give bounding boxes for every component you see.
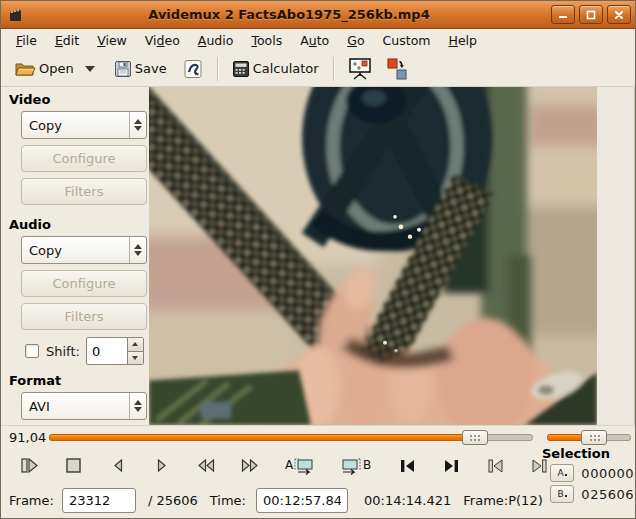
spinner-arrows-icon xyxy=(129,393,146,419)
audio-codec-value: Copy xyxy=(22,237,129,263)
save-label: Save xyxy=(135,61,167,76)
audio-codec-select[interactable]: Copy xyxy=(21,236,147,264)
minimize-button[interactable] xyxy=(551,5,575,24)
swap-output-button[interactable] xyxy=(381,54,413,84)
shift-label: Shift: xyxy=(46,344,80,359)
menu-file[interactable]: File xyxy=(7,31,46,50)
open-label: Open xyxy=(39,61,74,76)
menu-go[interactable]: Go xyxy=(338,31,373,50)
video-codec-select[interactable]: Copy xyxy=(21,111,147,139)
first-frame-button[interactable] xyxy=(394,455,421,477)
seek-row: 91,04 xyxy=(1,426,635,449)
spinner-arrows-icon xyxy=(129,112,146,138)
frame-type: Frame:P(12) xyxy=(463,493,542,508)
open-button[interactable]: Open xyxy=(9,57,79,81)
next-frame-button[interactable] xyxy=(148,455,175,477)
time-input[interactable] xyxy=(256,488,348,513)
maximize-button[interactable] xyxy=(579,5,603,24)
play-button[interactable] xyxy=(16,455,43,477)
shift-spin-up-button[interactable] xyxy=(128,338,143,352)
audio-filters-button[interactable]: Filters xyxy=(21,303,147,330)
menu-video[interactable]: Video xyxy=(136,31,189,50)
menu-help[interactable]: Help xyxy=(439,31,486,50)
right-gutter xyxy=(597,87,635,425)
open-folder-icon xyxy=(14,60,36,78)
close-button[interactable] xyxy=(607,5,631,24)
selection-label: Selection xyxy=(542,446,634,461)
format-select[interactable]: AVI xyxy=(21,392,147,420)
volume-slider[interactable] xyxy=(547,430,631,445)
duration-value: 00:14:14.421 xyxy=(364,493,451,508)
svg-text:B: B xyxy=(363,458,371,472)
window-title: Avidemux 2 FactsAbo1975_256kb.mp4 xyxy=(27,7,551,22)
video-section-label: Video xyxy=(9,92,149,107)
selection-b-value: 025606 xyxy=(581,487,634,502)
video-configure-button[interactable]: Configure xyxy=(21,145,147,172)
frame-input[interactable] xyxy=(62,488,136,513)
video-codec-value: Copy xyxy=(22,112,129,138)
mark-b-button[interactable]: B xyxy=(337,455,377,477)
mark-a-button[interactable]: A xyxy=(280,455,320,477)
menu-edit[interactable]: Edit xyxy=(46,31,88,50)
selection-panel: Selection A 000000 B 025606 xyxy=(542,446,634,506)
properties-button[interactable] xyxy=(178,56,208,82)
properties-icon xyxy=(183,59,203,79)
menubar: File Edit View Video Audio Tools Auto Go… xyxy=(1,29,635,51)
previous-keyframe-button[interactable] xyxy=(482,455,509,477)
frame-label: Frame: xyxy=(9,493,54,508)
shift-checkbox[interactable] xyxy=(25,344,39,358)
calculator-icon xyxy=(232,60,250,78)
calculator-label: Calculator xyxy=(253,61,319,76)
selection-a-button[interactable]: A xyxy=(550,464,574,482)
shift-input[interactable] xyxy=(87,338,127,364)
save-button[interactable]: Save xyxy=(109,57,172,81)
calculator-button[interactable]: Calculator xyxy=(227,57,324,81)
rewind-button[interactable] xyxy=(192,455,219,477)
toolbar: Open Save xyxy=(1,51,635,87)
svg-text:A: A xyxy=(285,458,294,472)
transport-controls: A B xyxy=(1,449,635,482)
save-floppy-icon xyxy=(114,60,132,78)
format-value: AVI xyxy=(22,393,129,419)
toolbar-separator xyxy=(217,57,218,81)
preview-output-button[interactable] xyxy=(343,54,377,84)
stop-button[interactable] xyxy=(60,455,87,477)
last-frame-button[interactable] xyxy=(438,455,465,477)
toolbar-separator xyxy=(333,57,334,81)
frame-total: / 25606 xyxy=(148,493,198,508)
app-icon xyxy=(5,4,27,26)
video-filters-button[interactable]: Filters xyxy=(21,178,147,205)
selection-b-button[interactable]: B xyxy=(550,485,574,503)
volume-slider-handle[interactable] xyxy=(581,430,607,445)
selection-a-value: 000000 xyxy=(581,466,634,481)
swap-icon xyxy=(386,57,408,81)
time-label: Time: xyxy=(210,493,246,508)
avidemux-window: Avidemux 2 FactsAbo1975_256kb.mp4 File E… xyxy=(0,0,636,519)
seek-slider[interactable] xyxy=(49,430,533,445)
status-row: Frame: / 25606 Time: 00:14:14.421 Frame:… xyxy=(1,482,635,518)
format-section-label: Format xyxy=(9,373,149,388)
menu-custom[interactable]: Custom xyxy=(374,31,440,50)
menu-tools[interactable]: Tools xyxy=(242,31,291,50)
main-area: Video Copy Configure Filters Audio Copy … xyxy=(1,87,635,425)
video-preview xyxy=(149,87,597,425)
shift-row: Shift: xyxy=(25,337,149,365)
audio-section-label: Audio xyxy=(9,217,149,232)
titlebar[interactable]: Avidemux 2 FactsAbo1975_256kb.mp4 xyxy=(1,1,635,29)
menu-audio[interactable]: Audio xyxy=(189,31,243,50)
menu-auto[interactable]: Auto xyxy=(291,31,338,50)
open-dropdown-button[interactable] xyxy=(79,63,101,75)
spinner-arrows-icon xyxy=(129,237,146,263)
position-label: 91,04 xyxy=(9,430,45,445)
previous-frame-button[interactable] xyxy=(104,455,131,477)
menu-view[interactable]: View xyxy=(88,31,136,50)
fast-forward-button[interactable] xyxy=(236,455,263,477)
codec-panel: Video Copy Configure Filters Audio Copy … xyxy=(1,87,149,425)
chevron-down-icon xyxy=(85,66,95,72)
audio-configure-button[interactable]: Configure xyxy=(21,270,147,297)
shift-spinbox xyxy=(86,337,144,365)
seek-slider-handle[interactable] xyxy=(462,430,488,445)
bottom-panel: 91,04 xyxy=(1,425,635,518)
projector-screen-icon xyxy=(348,57,372,81)
shift-spin-down-button[interactable] xyxy=(128,352,143,365)
